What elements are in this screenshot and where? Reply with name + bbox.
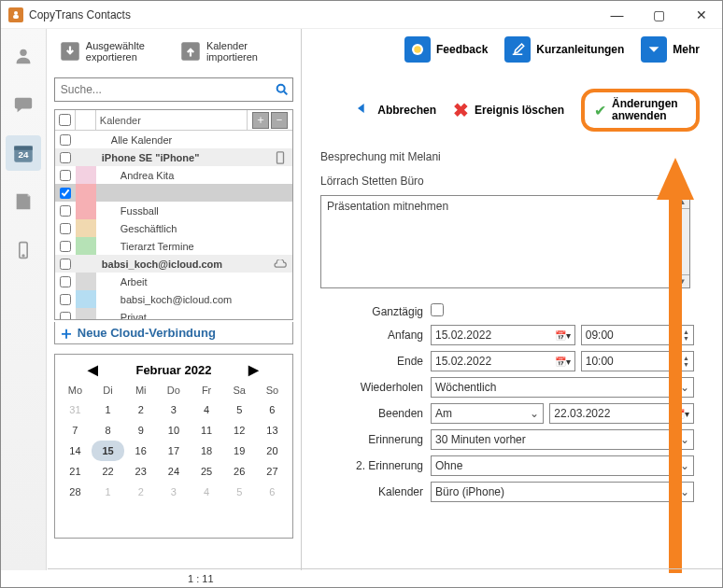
cal-prev[interactable]: ◀	[88, 362, 98, 377]
calendar-day[interactable]: 6	[256, 482, 289, 502]
calendar-day[interactable]: 15	[92, 441, 124, 461]
calendar-row[interactable]: Geschäftlich	[55, 219, 292, 237]
end-date-input[interactable]: 15.02.2022📅▾	[431, 351, 575, 371]
select-all-checkbox[interactable]	[59, 114, 71, 126]
calendar-day[interactable]: 14	[59, 441, 92, 461]
row-checkbox[interactable]	[60, 134, 71, 146]
apply-changes-button[interactable]: ✔ Änderungen anwenden	[581, 89, 700, 132]
calendar-day[interactable]: 31	[59, 399, 92, 420]
rail-messages[interactable]	[6, 87, 41, 122]
search-input[interactable]	[55, 83, 272, 96]
weekday-header: Mi	[124, 381, 157, 399]
calendar-day[interactable]: 1	[92, 399, 124, 420]
calendar-day[interactable]: 17	[157, 441, 190, 461]
calendar-row[interactable]: Arbeit	[55, 273, 292, 290]
row-checkbox[interactable]	[60, 223, 71, 234]
more-button[interactable]: Mehr	[641, 36, 700, 63]
rail-contacts[interactable]	[6, 38, 41, 74]
calendar-day[interactable]: 10	[157, 420, 190, 441]
close-button[interactable]: ✕	[680, 1, 722, 29]
start-date-input[interactable]: 15.02.2022📅▾	[431, 325, 575, 345]
calendar-row[interactable]: Fussball	[55, 202, 292, 219]
row-checkbox[interactable]	[60, 152, 71, 163]
delete-event-button[interactable]: ✖ Ereignis löschen	[453, 99, 564, 121]
reminder2-select[interactable]: Ohne	[431, 455, 694, 476]
start-time-input[interactable]: 09:00▲▼	[581, 325, 694, 345]
calendar-row[interactable]: Privat	[55, 308, 292, 319]
rail-notes[interactable]	[6, 184, 41, 219]
calendar-day[interactable]: 25	[190, 461, 222, 482]
row-checkbox[interactable]	[60, 241, 71, 252]
rail-device[interactable]	[6, 232, 41, 268]
row-checkbox[interactable]	[60, 188, 71, 199]
repeat-select[interactable]: Wöchentlich	[431, 377, 694, 398]
calendar-day[interactable]: 2	[124, 399, 157, 420]
calendar-day[interactable]: 22	[92, 461, 124, 482]
calendar-row[interactable]: Alle Kalender	[55, 131, 292, 148]
row-checkbox[interactable]	[60, 170, 71, 181]
calendar-day[interactable]: 20	[256, 441, 289, 461]
calendar-day[interactable]: 11	[190, 420, 222, 441]
search-icon[interactable]	[272, 82, 292, 97]
calendar-row[interactable]: Andrea Kita	[55, 166, 292, 184]
calendar-day[interactable]: 21	[59, 461, 92, 482]
export-button[interactable]: Ausgewählte exportieren	[54, 36, 173, 66]
calendar-day[interactable]: 26	[223, 461, 256, 482]
calendar-day[interactable]: 28	[59, 482, 92, 502]
calendar-day[interactable]: 5	[223, 399, 256, 420]
calendar-day[interactable]: 24	[157, 461, 190, 482]
rail-calendar[interactable]: 24	[6, 135, 41, 171]
calendar-day[interactable]: 3	[157, 399, 190, 420]
calendar-row[interactable]: babsi_koch@icloud.com	[55, 290, 292, 308]
calendar-day[interactable]: 9	[124, 420, 157, 441]
notes-scrollbar[interactable]: ▲ ▼	[675, 195, 690, 288]
calendar-row[interactable]: Tierarzt Termine	[55, 237, 292, 255]
cal-next[interactable]: ▶	[248, 362, 259, 377]
calendar-day[interactable]: 2	[124, 482, 157, 502]
row-label: Fussball	[96, 205, 268, 217]
calendar-day[interactable]: 23	[124, 461, 157, 482]
row-checkbox[interactable]	[60, 276, 71, 287]
row-label: Privat	[96, 312, 268, 320]
new-cloud-connection[interactable]: ＋ Neue Cloud-Verbindung	[54, 322, 293, 344]
search-box[interactable]	[54, 77, 293, 102]
calendar-day[interactable]: 27	[256, 461, 289, 482]
calendar-day[interactable]: 3	[157, 482, 190, 502]
calendar-row[interactable]	[55, 184, 292, 202]
row-checkbox[interactable]	[60, 205, 71, 217]
calendar-day[interactable]: 18	[190, 441, 222, 461]
calendar-day[interactable]: 4	[190, 482, 222, 502]
calendar-day[interactable]: 16	[124, 441, 157, 461]
maximize-button[interactable]: ▢	[638, 1, 680, 29]
row-checkbox[interactable]	[60, 294, 71, 305]
list-header-name[interactable]: Kalender	[96, 110, 248, 130]
calendar-day[interactable]: 1	[92, 482, 124, 502]
calendar-day[interactable]: 5	[223, 482, 256, 502]
calendar-select[interactable]: Büro (iPhone)	[431, 482, 694, 502]
calendar-group-header[interactable]: iPhone SE "iPhone"	[55, 148, 292, 166]
right-pane: Feedback Kurzanleitungen Mehr Abbrechen …	[302, 29, 722, 570]
calendar-day[interactable]: 13	[256, 420, 289, 441]
import-button[interactable]: Kalender importieren	[175, 36, 293, 66]
allday-checkbox[interactable]	[431, 303, 444, 316]
calendar-day[interactable]: 8	[92, 420, 124, 441]
calendar-day[interactable]: 12	[223, 420, 256, 441]
repeat-end-date-input[interactable]: 22.03.2022📅▾	[549, 403, 694, 424]
repeat-end-mode-select[interactable]: Am	[431, 403, 544, 424]
end-time-input[interactable]: 10:00▲▼	[581, 351, 694, 371]
calendar-day[interactable]: 7	[59, 420, 92, 441]
quickguides-button[interactable]: Kurzanleitungen	[504, 36, 624, 63]
calendar-day[interactable]: 4	[190, 399, 222, 420]
reminder-select[interactable]: 30 Minuten vorher	[431, 429, 694, 450]
feedback-button[interactable]: Feedback	[404, 36, 488, 63]
row-checkbox[interactable]	[60, 259, 71, 270]
event-notes[interactable]	[320, 195, 675, 288]
calendar-day[interactable]: 19	[223, 441, 256, 461]
add-calendar-icon[interactable]: ＋	[252, 112, 269, 129]
calendar-group-header[interactable]: babsi_koch@icloud.com	[55, 255, 292, 273]
minimize-button[interactable]: —	[596, 1, 638, 29]
calendar-day[interactable]: 6	[256, 399, 289, 420]
row-checkbox[interactable]	[60, 312, 71, 320]
cancel-button[interactable]: Abbrechen	[353, 99, 436, 122]
remove-calendar-icon[interactable]: －	[271, 112, 288, 129]
